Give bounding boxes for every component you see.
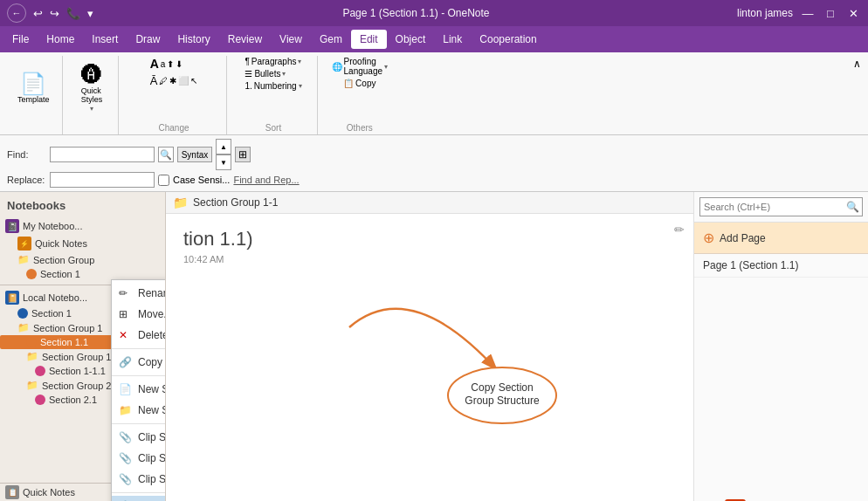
page-list-item[interactable]: Page 1 (Section 1.1) [694, 254, 868, 278]
quick-access-toolbar: ↩ ↪ 📞 ▾ [31, 5, 95, 22]
section111-label: Section 1-1.1 [49, 366, 106, 376]
paragraphs-btn[interactable]: ¶ Paragraphs ▾ [241, 56, 305, 67]
font-color-btn[interactable]: Ā 🖊 ✱ ⬜ ↖ [147, 73, 202, 88]
new-section-icon: 📄 [119, 383, 132, 395]
menu-draw[interactable]: Draw [127, 30, 169, 49]
menu-view[interactable]: View [271, 30, 311, 49]
cm-delete[interactable]: ✕ Delete [112, 325, 166, 346]
quick-styles-button[interactable]: 🅐 QuickStyles ▾ [76, 63, 108, 114]
qat-dropdown[interactable]: ▾ [86, 5, 95, 22]
page-title-display: tion 1.1) [183, 228, 676, 250]
menu-object[interactable]: Object [387, 30, 435, 49]
cm-new-section[interactable]: 📄 New Section [112, 379, 166, 400]
font-size-btn[interactable]: A a ⬆ ⬇ [147, 56, 187, 72]
font-a-icon: A [150, 57, 159, 71]
cm-new-section-group[interactable]: 📁 New Section Group [112, 400, 166, 421]
quick-styles-label: QuickStyles [81, 86, 103, 104]
find-down-btn[interactable]: ▼ [216, 154, 231, 170]
sectiongroup2-label: Section Group 2 [42, 381, 112, 391]
content-header: 📁 Section Group 1-1 [166, 192, 693, 214]
minimize-button[interactable]: — [800, 5, 816, 21]
sidebar-item-my-notebook[interactable]: 📓 My Noteboo... [0, 217, 165, 235]
title-bar: ← ↩ ↪ 📞 ▾ Page 1 (Section 1.1) - OneNote… [0, 0, 868, 26]
copy-btn[interactable]: 📋 Copy [340, 78, 379, 89]
menu-insert[interactable]: Insert [83, 30, 127, 49]
find-grid-btn[interactable]: ⊞ [235, 147, 251, 162]
qat-phone-icon[interactable]: 📞 [65, 5, 82, 22]
clip-web-edit-icon: 📎 [119, 431, 132, 443]
menu-file[interactable]: File [3, 30, 38, 49]
context-menu: ✏ Rename ⊞ Move... ✕ Delete 🔗 Copy Link … [111, 279, 166, 501]
edit-page-icon[interactable]: ✏ [674, 223, 685, 237]
copy-label: Copy [355, 79, 375, 88]
cm-sep3 [112, 423, 166, 424]
copy-link-icon: 🔗 [119, 356, 132, 368]
menu-cooperation[interactable]: Cooperation [471, 30, 545, 49]
menu-review[interactable]: Review [219, 30, 271, 49]
cm-sep2 [112, 375, 166, 376]
collapse-icon: ∧ [853, 58, 861, 70]
sort-group-label: Sort [265, 123, 281, 133]
menu-history[interactable]: History [169, 30, 218, 49]
my-notebook-label: My Noteboo... [23, 221, 82, 231]
template-label: Template [17, 95, 50, 104]
notebooks-header: Notebooks [0, 196, 165, 217]
undo-button[interactable]: ↩ [31, 5, 45, 22]
find-replace-bar: Find: 🔍 Syntax ▲ ▼ ⊞ Replace: Case Sensi… [0, 135, 868, 192]
delete-icon: ✕ [119, 329, 127, 341]
font-down-icon: ⬇ [176, 59, 183, 69]
maximize-button[interactable]: □ [823, 5, 838, 21]
move-icon: ⊞ [119, 308, 127, 320]
font-up-icon: ⬆ [167, 59, 174, 69]
cm-rename[interactable]: ✏ Rename [112, 283, 166, 304]
case-sensitive-row: Case Sensi... [158, 175, 230, 186]
quick-notes-label: Quick Notes [35, 238, 87, 249]
case-sensitive-label: Case Sensi... [173, 175, 230, 185]
ribbon-collapse-btn[interactable]: ∧ [851, 56, 863, 134]
ribbon-group-template: 📄 Template [5, 56, 63, 134]
cm-move[interactable]: ⊞ Move... [112, 304, 166, 325]
breadcrumb-text: Section Group 1-1 [193, 196, 278, 209]
annotation-arrow: Copy Section Group Structure [341, 257, 568, 432]
section1-label: Section 1 [40, 269, 80, 279]
numbering-btn[interactable]: 1. Numbering ▾ [241, 80, 305, 92]
menu-home[interactable]: Home [38, 30, 83, 49]
section1b-label: Section 1 [31, 308, 72, 319]
cm-copy-structure[interactable]: 📋 Copy Section Group Structure [112, 496, 166, 501]
find-and-replace-link[interactable]: Find and Rep... [233, 175, 299, 185]
section111-icon [35, 366, 45, 376]
cm-copy-link[interactable]: 🔗 Copy Link to Section Group [112, 352, 166, 373]
back-button[interactable]: ← [7, 3, 26, 23]
sidebar: Notebooks 📓 My Noteboo... ⚡ Quick Notes … [0, 192, 166, 501]
sectiongroup11-label: Section Group 1-1 [42, 352, 120, 362]
title-bar-controls: linton james — □ ✕ [737, 5, 861, 21]
proofing-btn[interactable]: 🌐 ProofingLanguage ▾ [328, 56, 392, 77]
add-page-label: Add Page [720, 232, 766, 244]
case-sensitive-checkbox[interactable] [158, 175, 169, 186]
cm-clip-local[interactable]: 📎 Clip Section Group Local Link [112, 469, 166, 490]
replace-row: Replace: Case Sensi... Find and Rep... [7, 172, 861, 188]
menu-gem[interactable]: Gem [311, 30, 351, 49]
find-search-icon[interactable]: 🔍 [158, 147, 174, 162]
search-container: 🔍 [699, 197, 863, 216]
template-button[interactable]: 📄 Template [12, 72, 55, 106]
redo-button[interactable]: ↪ [48, 5, 61, 22]
cm-clip-web-edit[interactable]: 📎 Clip Section Group Web Edit Link [112, 427, 166, 448]
syntax-btn[interactable]: Syntax [177, 147, 212, 162]
close-button[interactable]: ✕ [845, 5, 861, 21]
replace-input[interactable] [50, 172, 155, 188]
find-input[interactable] [50, 147, 155, 162]
add-page-button[interactable]: ⊕ Add Page [694, 223, 868, 254]
menu-edit[interactable]: Edit [351, 30, 387, 49]
find-up-btn[interactable]: ▲ [216, 139, 231, 154]
sidebar-item-quick-notes[interactable]: ⚡ Quick Notes [0, 235, 165, 252]
bullets-icon: ☰ [245, 69, 252, 79]
right-panel: 🔍 ⊕ Add Page Page 1 (Section 1.1) [693, 192, 868, 501]
change-group-label: Change [159, 123, 189, 133]
sidebar-item-section-group[interactable]: 📁 Section Group [0, 252, 165, 267]
cm-clip-web-view[interactable]: 📎 Clip Section Group Web View Link [112, 448, 166, 469]
content-body: ✏ tion 1.1) 10:42 AM Copy Section Group … [166, 214, 693, 501]
bullets-btn[interactable]: ☰ Bullets ▾ [241, 68, 289, 79]
search-input[interactable] [699, 197, 863, 216]
menu-link[interactable]: Link [434, 30, 471, 49]
